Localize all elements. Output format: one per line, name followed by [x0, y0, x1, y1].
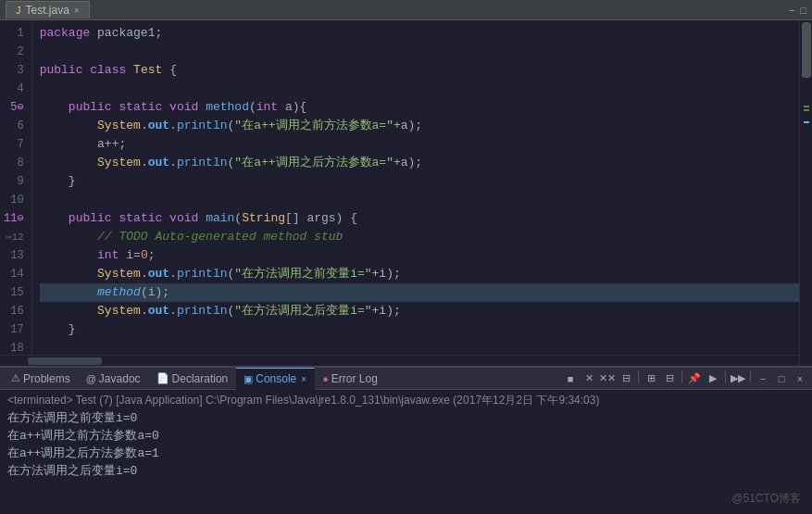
- line-num-16: 16: [4, 302, 24, 320]
- line-num-3: 3: [4, 61, 24, 80]
- maximize-button[interactable]: □: [800, 5, 806, 16]
- console-output-line-3: 在a++调用之后方法参数a=1: [7, 445, 805, 462]
- tab-console[interactable]: ▣ Console ×: [236, 368, 315, 390]
- tab-filename: Test.java: [26, 4, 69, 17]
- tab-declaration[interactable]: 📄 Declaration: [149, 368, 237, 390]
- minimize-button[interactable]: −: [789, 5, 794, 16]
- console-output-line-2: 在a++调用之前方法参数a=0: [7, 427, 805, 445]
- code-line-6: System.out.println("在a++调用之前方法参数a="+a);: [40, 117, 799, 135]
- console-close-icon[interactable]: ×: [301, 374, 306, 384]
- tab-problems-label: Problems: [23, 372, 70, 385]
- remove-all-button[interactable]: ✕✕: [599, 370, 616, 387]
- scroll-thumb[interactable]: [802, 22, 811, 78]
- line-num-14: 14: [4, 265, 24, 283]
- code-line-10: [40, 191, 799, 209]
- console-output-line-1: 在方法调用之前变量i=0: [7, 409, 805, 427]
- code-line-15: method(i);: [40, 283, 799, 302]
- code-line-8: System.out.println("在a++调用之后方法参数a="+a);: [40, 154, 799, 172]
- new-console-button[interactable]: ▶▶: [730, 370, 746, 387]
- code-scroll[interactable]: 1 2 3 4 5⊖ 6 7 8 9 10 11⊖ ⇒12 13 14 15 1…: [0, 20, 799, 355]
- title-bar: J Test.java × − □: [0, 0, 812, 20]
- pin-button[interactable]: 📌: [686, 370, 703, 387]
- stop-button[interactable]: ■: [562, 370, 579, 387]
- line-num-6: 6: [4, 117, 24, 135]
- window-controls: − □: [789, 5, 806, 16]
- tab-javadoc-label: Javadoc: [99, 372, 141, 385]
- tab-javadoc[interactable]: @ Javadoc: [79, 368, 149, 390]
- code-line-3: public class Test {: [40, 61, 799, 80]
- vertical-scrollbar[interactable]: [799, 20, 812, 366]
- line-num-18: 18: [4, 339, 24, 355]
- open-console-button[interactable]: ▶: [705, 370, 721, 387]
- tab-declaration-label: Declaration: [172, 372, 229, 385]
- code-line-12: // TODO Auto-generated method stub: [40, 228, 799, 246]
- line-num-15: 15: [4, 283, 24, 302]
- scroll-lock-button[interactable]: ⊟: [618, 370, 634, 387]
- errorlog-icon: ●: [322, 373, 329, 384]
- console-output-line-4: 在方法调用之后变量i=0: [7, 462, 805, 480]
- copy-button[interactable]: ⊞: [643, 370, 659, 387]
- line-num-12: ⇒12: [4, 228, 24, 246]
- toolbar-separator-4: [750, 370, 751, 383]
- line-num-4: 4: [4, 80, 24, 98]
- line-num-9: 9: [4, 172, 24, 191]
- line-num-2: 2: [4, 43, 24, 61]
- line-num-8: 8: [4, 154, 24, 172]
- code-line-13: int i=0;: [40, 246, 799, 265]
- console-icon: ▣: [244, 373, 253, 385]
- console-toolbar: ■ ✕ ✕✕ ⊟ ⊞ ⊟ 📌 ▶ ▶▶ − □ ×: [562, 370, 808, 387]
- code-line-14: System.out.println("在方法调用之前变量i="+i);: [40, 265, 799, 283]
- scroll-indicator-2: [804, 109, 809, 111]
- toolbar-separator-2: [681, 370, 682, 383]
- code-line-2: [40, 43, 799, 61]
- line-num-1: 1: [4, 24, 24, 43]
- line-num-17: 17: [4, 320, 24, 339]
- javadoc-icon: @: [86, 373, 96, 384]
- scroll-indicator-3: [804, 121, 809, 123]
- line-numbers: 1 2 3 4 5⊖ 6 7 8 9 10 11⊖ ⇒12 13 14 15 1…: [0, 20, 32, 355]
- line-num-13: 13: [4, 246, 24, 265]
- tab-problems[interactable]: ⚠ Problems: [4, 368, 79, 390]
- toolbar-separator-3: [725, 370, 726, 383]
- tab-errorlog-label: Error Log: [331, 372, 378, 385]
- line-num-5: 5⊖: [4, 98, 24, 117]
- console-output: <terminated> Test (7) [Java Application]…: [0, 390, 812, 514]
- console-terminated-line: <terminated> Test (7) [Java Application]…: [7, 392, 805, 409]
- minimize-panel-button[interactable]: −: [755, 370, 771, 387]
- editor-tab[interactable]: J Test.java ×: [6, 1, 90, 19]
- h-scroll-thumb[interactable]: [28, 357, 102, 365]
- code-line-4: [40, 80, 799, 98]
- watermark: @51CTO博客: [731, 491, 801, 507]
- line-num-11: 11⊖: [4, 209, 24, 228]
- horizontal-scrollbar[interactable]: [0, 355, 799, 366]
- scroll-indicator-1: [804, 106, 809, 107]
- bottom-tab-bar: ⚠ Problems @ Javadoc 📄 Declaration ▣ Con…: [0, 368, 812, 390]
- code-line-1: package package1;: [40, 24, 799, 43]
- toolbar-separator-1: [638, 370, 639, 383]
- remove-button[interactable]: ✕: [581, 370, 597, 387]
- code-line-16: System.out.println("在方法调用之后变量i="+i);: [40, 302, 799, 320]
- tab-console-label: Console: [256, 372, 296, 385]
- tab-errorlog[interactable]: ● Error Log: [315, 368, 386, 390]
- code-line-11: public static void main(String[] args) {: [40, 209, 799, 228]
- bottom-panel: ⚠ Problems @ Javadoc 📄 Declaration ▣ Con…: [0, 366, 812, 514]
- code-line-17: }: [40, 320, 799, 339]
- maximize-panel-button[interactable]: □: [773, 370, 790, 387]
- close-panel-button[interactable]: ×: [792, 370, 808, 387]
- code-container: 1 2 3 4 5⊖ 6 7 8 9 10 11⊖ ⇒12 13 14 15 1…: [0, 20, 799, 366]
- code-lines: package package1; public class Test { pu…: [32, 20, 799, 355]
- code-line-18: [40, 339, 799, 355]
- problems-icon: ⚠: [11, 372, 20, 384]
- line-num-7: 7: [4, 135, 24, 154]
- code-line-9: }: [40, 172, 799, 191]
- line-num-10: 10: [4, 191, 24, 209]
- tab-close-icon[interactable]: ×: [74, 6, 80, 16]
- declaration-icon: 📄: [156, 372, 169, 384]
- code-line-5: public static void method(int a){: [40, 98, 799, 117]
- code-line-7: a++;: [40, 135, 799, 154]
- file-icon: J: [16, 5, 21, 16]
- editor-area: 1 2 3 4 5⊖ 6 7 8 9 10 11⊖ ⇒12 13 14 15 1…: [0, 20, 812, 366]
- paste-button[interactable]: ⊟: [661, 370, 678, 387]
